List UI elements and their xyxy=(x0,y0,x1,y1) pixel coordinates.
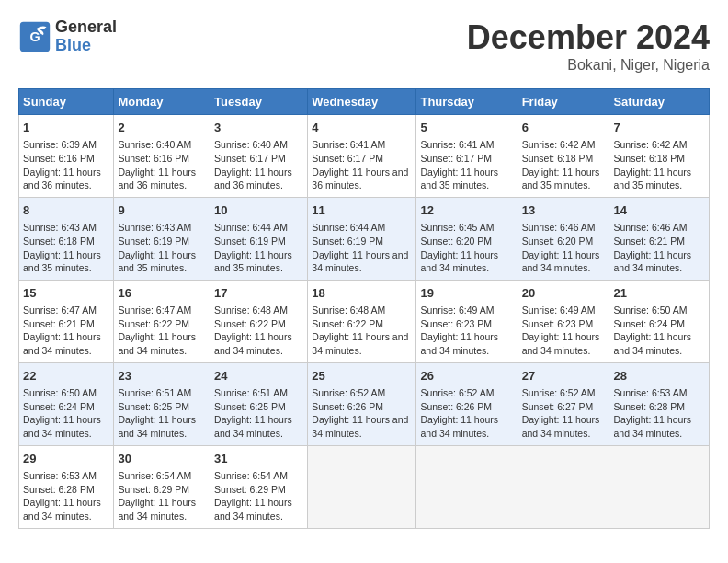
sunrise-label: Sunrise: 6:43 AM xyxy=(23,222,97,233)
logo-line1: General xyxy=(55,18,117,37)
calendar-cell xyxy=(518,445,609,528)
sunrise-label: Sunrise: 6:46 AM xyxy=(613,222,687,233)
sunset-label: Sunset: 6:16 PM xyxy=(118,153,189,164)
calendar-cell: 10Sunrise: 6:44 AMSunset: 6:19 PMDayligh… xyxy=(210,197,308,280)
sunrise-label: Sunrise: 6:42 AM xyxy=(522,139,596,150)
header-tuesday: Tuesday xyxy=(210,89,308,115)
daylight-label: Daylight: 11 hours and 34 minutes. xyxy=(420,249,498,274)
sunset-label: Sunset: 6:22 PM xyxy=(214,318,286,329)
sunset-label: Sunset: 6:20 PM xyxy=(420,236,492,247)
day-number: 24 xyxy=(214,368,303,385)
calendar-cell: 30Sunrise: 6:54 AMSunset: 6:29 PMDayligh… xyxy=(114,445,210,528)
calendar-table: SundayMondayTuesdayWednesdayThursdayFrid… xyxy=(18,88,710,529)
day-number: 7 xyxy=(613,120,705,136)
calendar-cell: 14Sunrise: 6:46 AMSunset: 6:21 PMDayligh… xyxy=(609,197,710,280)
daylight-label: Daylight: 11 hours and 35 minutes. xyxy=(522,167,600,191)
calendar-cell xyxy=(416,445,518,528)
calendar-cell: 31Sunrise: 6:54 AMSunset: 6:29 PMDayligh… xyxy=(210,445,308,528)
logo-text: General Blue xyxy=(55,18,117,55)
logo: G General Blue xyxy=(18,18,117,55)
daylight-label: Daylight: 11 hours and 34 minutes. xyxy=(613,414,691,439)
sunrise-label: Sunrise: 6:50 AM xyxy=(613,304,687,316)
calendar-cell: 29Sunrise: 6:53 AMSunset: 6:28 PMDayligh… xyxy=(19,445,114,528)
day-number: 8 xyxy=(23,202,109,219)
sunrise-label: Sunrise: 6:54 AM xyxy=(214,470,288,481)
calendar-subtitle: Bokani, Niger, Nigeria xyxy=(467,57,710,74)
daylight-label: Daylight: 11 hours and 34 minutes. xyxy=(23,331,101,356)
daylight-label: Daylight: 11 hours and 34 minutes. xyxy=(420,331,498,356)
daylight-label: Daylight: 11 hours and 36 minutes. xyxy=(118,167,196,191)
calendar-cell: 25Sunrise: 6:52 AMSunset: 6:26 PMDayligh… xyxy=(308,362,416,445)
calendar-cell xyxy=(609,445,710,528)
logo-icon: G xyxy=(18,20,51,53)
calendar-cell xyxy=(308,445,416,528)
day-number: 29 xyxy=(23,451,109,467)
daylight-label: Daylight: 11 hours and 35 minutes. xyxy=(214,249,292,274)
calendar-week-row: 1Sunrise: 6:39 AMSunset: 6:16 PMDaylight… xyxy=(19,115,710,198)
day-number: 10 xyxy=(214,202,303,219)
sunrise-label: Sunrise: 6:45 AM xyxy=(420,222,494,233)
calendar-cell: 3Sunrise: 6:40 AMSunset: 6:17 PMDaylight… xyxy=(210,115,308,198)
sunrise-label: Sunrise: 6:52 AM xyxy=(420,387,494,398)
sunrise-label: Sunrise: 6:47 AM xyxy=(118,304,191,316)
calendar-week-row: 15Sunrise: 6:47 AMSunset: 6:21 PMDayligh… xyxy=(19,280,710,362)
sunset-label: Sunset: 6:19 PM xyxy=(312,236,383,247)
day-number: 11 xyxy=(312,202,412,219)
day-number: 16 xyxy=(118,285,206,302)
calendar-week-row: 22Sunrise: 6:50 AMSunset: 6:24 PMDayligh… xyxy=(19,362,710,445)
title-block: December 2024 Bokani, Niger, Nigeria xyxy=(467,18,710,74)
sunset-label: Sunset: 6:22 PM xyxy=(312,318,383,329)
daylight-label: Daylight: 11 hours and 34 minutes. xyxy=(420,414,498,439)
header-sunday: Sunday xyxy=(19,89,114,115)
sunrise-label: Sunrise: 6:48 AM xyxy=(214,304,288,316)
calendar-cell: 11Sunrise: 6:44 AMSunset: 6:19 PMDayligh… xyxy=(308,197,416,280)
day-number: 3 xyxy=(214,120,303,136)
sunset-label: Sunset: 6:25 PM xyxy=(118,401,189,412)
day-number: 2 xyxy=(118,120,206,136)
daylight-label: Daylight: 11 hours and 34 minutes. xyxy=(23,497,101,522)
day-number: 20 xyxy=(522,285,606,302)
calendar-cell: 2Sunrise: 6:40 AMSunset: 6:16 PMDaylight… xyxy=(114,115,210,198)
day-number: 27 xyxy=(522,368,606,385)
daylight-label: Daylight: 11 hours and 34 minutes. xyxy=(312,414,408,439)
sunset-label: Sunset: 6:18 PM xyxy=(613,153,685,164)
sunrise-label: Sunrise: 6:50 AM xyxy=(23,387,97,398)
sunrise-label: Sunrise: 6:40 AM xyxy=(214,139,288,150)
calendar-cell: 16Sunrise: 6:47 AMSunset: 6:22 PMDayligh… xyxy=(114,280,210,362)
daylight-label: Daylight: 11 hours and 36 minutes. xyxy=(214,167,292,191)
sunrise-label: Sunrise: 6:49 AM xyxy=(522,304,596,316)
daylight-label: Daylight: 11 hours and 34 minutes. xyxy=(613,331,691,356)
sunrise-label: Sunrise: 6:46 AM xyxy=(522,222,596,233)
day-number: 22 xyxy=(23,368,109,385)
day-number: 18 xyxy=(312,285,412,302)
sunrise-label: Sunrise: 6:54 AM xyxy=(118,470,191,481)
sunrise-label: Sunrise: 6:41 AM xyxy=(420,139,494,150)
daylight-label: Daylight: 11 hours and 34 minutes. xyxy=(214,331,292,356)
calendar-cell: 18Sunrise: 6:48 AMSunset: 6:22 PMDayligh… xyxy=(308,280,416,362)
calendar-title: December 2024 xyxy=(467,18,710,57)
calendar-cell: 15Sunrise: 6:47 AMSunset: 6:21 PMDayligh… xyxy=(19,280,114,362)
sunset-label: Sunset: 6:28 PM xyxy=(613,401,685,412)
sunset-label: Sunset: 6:24 PM xyxy=(613,318,685,329)
sunset-label: Sunset: 6:16 PM xyxy=(23,153,95,164)
calendar-cell: 24Sunrise: 6:51 AMSunset: 6:25 PMDayligh… xyxy=(210,362,308,445)
day-number: 30 xyxy=(118,451,206,467)
sunset-label: Sunset: 6:29 PM xyxy=(214,484,286,495)
daylight-label: Daylight: 11 hours and 34 minutes. xyxy=(613,249,691,274)
logo-line2: Blue xyxy=(55,37,117,55)
sunrise-label: Sunrise: 6:44 AM xyxy=(312,222,385,233)
day-number: 31 xyxy=(214,451,303,467)
day-number: 1 xyxy=(23,120,109,136)
header-saturday: Saturday xyxy=(609,89,710,115)
sunrise-label: Sunrise: 6:52 AM xyxy=(312,387,385,398)
sunrise-label: Sunrise: 6:53 AM xyxy=(23,470,97,481)
calendar-week-row: 8Sunrise: 6:43 AMSunset: 6:18 PMDaylight… xyxy=(19,197,710,280)
calendar-cell: 20Sunrise: 6:49 AMSunset: 6:23 PMDayligh… xyxy=(518,280,609,362)
daylight-label: Daylight: 11 hours and 34 minutes. xyxy=(522,414,600,439)
sunrise-label: Sunrise: 6:53 AM xyxy=(613,387,687,398)
calendar-week-row: 29Sunrise: 6:53 AMSunset: 6:28 PMDayligh… xyxy=(19,445,710,528)
sunset-label: Sunset: 6:24 PM xyxy=(23,401,95,412)
sunset-label: Sunset: 6:18 PM xyxy=(23,236,95,247)
daylight-label: Daylight: 11 hours and 35 minutes. xyxy=(23,249,101,274)
day-number: 13 xyxy=(522,202,606,219)
